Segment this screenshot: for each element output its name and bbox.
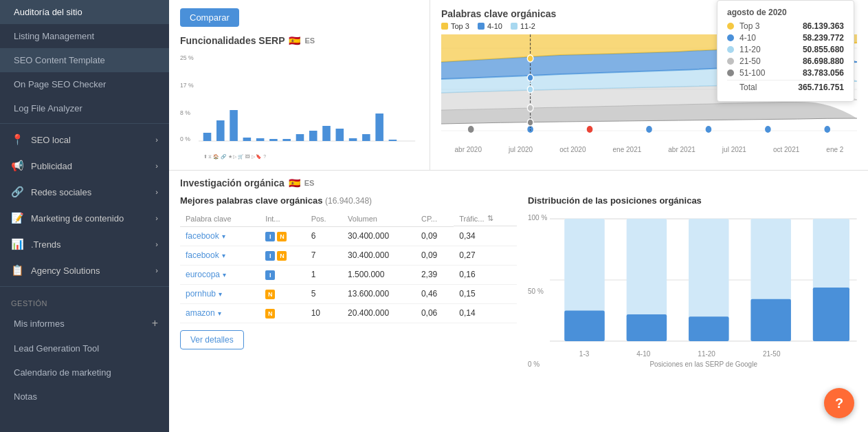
svg-rect-19 <box>389 140 397 141</box>
tooltip-row-21-50: 21-50 86.698.880 <box>727 56 844 66</box>
svg-rect-5 <box>203 133 212 141</box>
svg-text:8 %: 8 % <box>180 109 190 116</box>
vol-cell: 1.500.000 <box>342 265 416 284</box>
kw-cell: amazon ▾ <box>180 303 260 323</box>
sidebar-item-marketing[interactable]: 📝 Marketing de contenido › <box>0 205 169 231</box>
sidebar-item-mis-informes[interactable]: Mis informes + <box>0 310 169 336</box>
table-row: facebook ▾I N 630.400.0000,090,34 <box>180 226 517 246</box>
add-icon[interactable]: + <box>152 317 158 330</box>
svg-rect-14 <box>322 126 331 141</box>
kw-dropdown-icon[interactable]: ▾ <box>218 310 221 317</box>
cp-cell: 0,06 <box>416 303 454 323</box>
sidebar-item-lead-gen[interactable]: Lead Generation Tool <box>0 336 169 360</box>
kw-link[interactable]: facebook ▾ <box>186 231 254 241</box>
serp-section: Comparar Funcionalidades SERP 🇪🇸 ES 25 %… <box>169 0 430 170</box>
svg-point-27 <box>646 126 652 133</box>
svg-rect-45 <box>689 316 728 341</box>
legend-dot-11-2 <box>511 23 518 30</box>
cp-cell: 0,09 <box>416 246 454 265</box>
sidebar-item-publicidad[interactable]: 📢 Publicidad › <box>0 153 169 179</box>
kw-dropdown-icon[interactable]: ▾ <box>222 252 225 259</box>
table-row: pornhub ▾N 513.600.0000,460,15 <box>180 284 517 303</box>
chevron-icon: › <box>155 162 158 170</box>
sidebar-item-seo-template[interactable]: SEO Content Template <box>0 48 169 72</box>
listing-label: Listing Management <box>14 31 94 41</box>
dist-chart <box>550 211 857 349</box>
badge-cell: N <box>260 303 306 323</box>
legend-dot-top3 <box>441 23 448 30</box>
help-button[interactable]: ? <box>824 388 854 418</box>
comparar-button[interactable]: Comparar <box>180 8 239 27</box>
sidebar-item-logfile[interactable]: Log File Analyzer <box>0 96 169 120</box>
svg-point-26 <box>587 126 593 133</box>
lead-gen-label: Lead Generation Tool <box>14 343 99 354</box>
vol-cell: 30.400.000 <box>342 226 416 246</box>
kw-cell: eurocopa ▾ <box>180 265 260 284</box>
sidebar-item-listing[interactable]: Listing Management <box>0 24 169 48</box>
sidebar-item-calendario[interactable]: Calendario de marketing <box>0 360 169 385</box>
pos-cell: 1 <box>306 265 342 284</box>
svg-rect-47 <box>751 299 791 341</box>
kw-link[interactable]: amazon ▾ <box>186 308 254 318</box>
top-charts-section: Comparar Funcionalidades SERP 🇪🇸 ES 25 %… <box>169 0 868 170</box>
svg-point-29 <box>765 126 771 133</box>
sidebar-item-notas[interactable]: Notas <box>0 385 169 409</box>
kw-link[interactable]: facebook ▾ <box>186 250 254 260</box>
calendario-label: Calendario de marketing <box>14 367 111 378</box>
kw-dropdown-icon[interactable]: ▾ <box>222 233 225 240</box>
publicidad-label: Publicidad <box>31 161 72 171</box>
sidebar-item-seo-local[interactable]: 📍 SEO local › <box>0 127 169 153</box>
serp-flag: 🇪🇸 <box>289 35 300 46</box>
redes-label: Redes sociales <box>31 187 91 197</box>
sidebar-item-auditoria[interactable]: Auditoría del sitio <box>0 0 169 24</box>
kw-dropdown-icon[interactable]: ▾ <box>223 271 226 279</box>
intent-badge: I <box>265 270 275 280</box>
auditoria-label: Auditoría del sitio <box>14 7 82 17</box>
seo-local-label: SEO local <box>31 135 71 145</box>
traf-cell: 0,14 <box>454 303 517 323</box>
svg-rect-8 <box>243 138 252 141</box>
cp-cell: 0,09 <box>416 226 454 246</box>
svg-point-36 <box>527 119 533 126</box>
sidebar-item-onpage[interactable]: On Page SEO Checker <box>0 72 169 96</box>
cp-cell: 0,46 <box>416 284 454 303</box>
col-pos: Pos. <box>306 211 342 226</box>
publicidad-icon: 📢 <box>11 160 24 172</box>
traf-cell: 0,34 <box>454 226 517 246</box>
table-row: amazon ▾N 1020.400.0000,060,14 <box>180 303 517 323</box>
chevron-icon: › <box>155 136 158 144</box>
svg-rect-12 <box>296 134 304 141</box>
badge-cell: I N <box>260 246 306 265</box>
filter-icon[interactable]: ⇅ <box>487 214 493 223</box>
agency-icon: 📋 <box>11 264 24 277</box>
vol-cell: 30.400.000 <box>342 246 416 265</box>
mis-informes-label: Mis informes <box>14 318 65 329</box>
sidebar-item-agency[interactable]: 📋 Agency Solutions › <box>0 257 169 283</box>
chevron-icon: › <box>155 188 158 196</box>
col-kw: Palabra clave <box>180 211 260 226</box>
pos-cell: 6 <box>306 226 342 246</box>
intent-badge: I <box>265 232 275 241</box>
tooltip-row-top3: Top 3 86.139.363 <box>727 21 844 31</box>
kw-link[interactable]: eurocopa ▾ <box>186 270 254 279</box>
organic-flag: 🇪🇸 <box>289 177 300 188</box>
intent-badge: N <box>277 232 287 241</box>
kw-link[interactable]: pornhub ▾ <box>186 289 254 299</box>
vol-cell: 13.600.000 <box>342 284 416 303</box>
ver-detalles-button[interactable]: Ver detalles <box>180 330 244 349</box>
tooltip-dot-top3 <box>727 23 734 30</box>
intent-badge: N <box>277 251 287 261</box>
sidebar-item-redes[interactable]: 🔗 Redes sociales › <box>0 179 169 205</box>
table-row: eurocopa ▾I 11.500.0002,390,16 <box>180 265 517 284</box>
sidebar-item-trends[interactable]: 📊 .Trends › <box>0 231 169 257</box>
table-row: facebook ▾I N 730.400.0000,090,27 <box>180 246 517 265</box>
badge-cell: I N <box>260 226 306 246</box>
kw-cell: pornhub ▾ <box>180 284 260 303</box>
keywords-table-section: Mejores palabras clave orgánicas (16.940… <box>180 195 517 368</box>
serp-country: ES <box>304 36 315 45</box>
kw-dropdown-icon[interactable]: ▾ <box>219 290 222 298</box>
dist-y-100: 100 % <box>528 214 547 222</box>
tooltip-dot-total <box>727 84 734 91</box>
pos-cell: 7 <box>306 246 342 265</box>
svg-rect-43 <box>627 314 667 341</box>
